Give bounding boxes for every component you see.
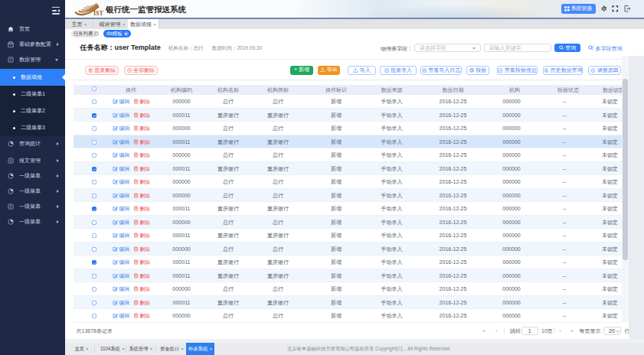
svg-text:IST: IST bbox=[93, 10, 104, 16]
